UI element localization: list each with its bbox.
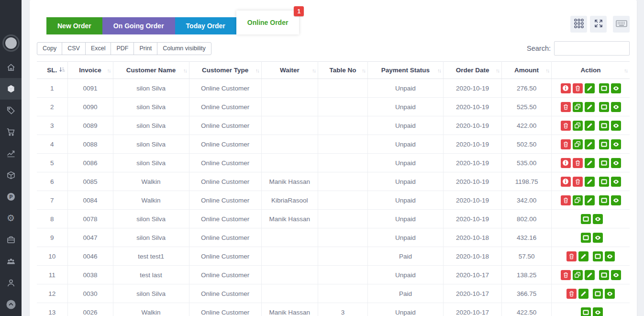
column-header-orderdate[interactable]: Order Date↑↓ <box>444 62 502 79</box>
column-header-tableno[interactable]: Table No↑↓ <box>318 62 367 79</box>
edit-button[interactable] <box>578 251 588 261</box>
cell-table-no <box>318 79 367 98</box>
delete-button[interactable] <box>573 158 583 168</box>
column-header-sl[interactable]: SL. <box>37 62 67 79</box>
column-header-paymentstatus[interactable]: Payment Status↑↓ <box>367 62 443 79</box>
window-icon <box>594 253 601 260</box>
window-button[interactable] <box>599 102 609 112</box>
sidebar-item-users[interactable] <box>0 250 22 272</box>
view-button[interactable] <box>611 158 621 168</box>
cell-sl: 1 <box>37 79 67 98</box>
view-button[interactable] <box>593 214 603 224</box>
view-button[interactable] <box>611 177 621 187</box>
sidebar-item-tag[interactable] <box>0 100 22 121</box>
cell-order-date: 2020-10-19 <box>444 135 502 154</box>
export-csv-button[interactable]: CSV <box>62 42 86 55</box>
view-button[interactable] <box>611 139 621 149</box>
edit-button[interactable] <box>585 158 595 168</box>
view-button[interactable] <box>611 195 621 205</box>
edit-button[interactable] <box>578 289 588 299</box>
keyboard-button[interactable] <box>613 16 630 33</box>
export-print-button[interactable]: Print <box>133 42 157 55</box>
view-button[interactable] <box>605 251 615 261</box>
column-header-action[interactable]: Action↑↓ <box>552 62 630 79</box>
sidebar-item-chart[interactable] <box>0 143 22 164</box>
tab-online-order[interactable]: Online Order1 <box>236 11 300 34</box>
sidebar-item-package[interactable] <box>0 164 22 186</box>
edit-button[interactable] <box>585 270 595 280</box>
edit-button[interactable] <box>585 195 595 205</box>
clone-button[interactable] <box>573 139 583 149</box>
info-button[interactable] <box>561 158 571 168</box>
info-button[interactable] <box>561 177 571 187</box>
clone-button[interactable] <box>573 270 583 280</box>
tab-today-order[interactable]: Today Order <box>175 17 236 34</box>
info-button[interactable] <box>561 83 571 93</box>
cell-invoice: 0085 <box>67 172 113 191</box>
window-button[interactable] <box>599 270 609 280</box>
clone-button[interactable] <box>573 102 583 112</box>
avatar[interactable] <box>2 34 20 52</box>
search-input[interactable] <box>554 41 630 56</box>
window-button[interactable] <box>581 307 591 316</box>
sidebar-item-orders-cube[interactable] <box>0 78 22 100</box>
edit-button[interactable] <box>585 121 595 131</box>
sidebar-item-cart[interactable] <box>0 121 22 143</box>
clone-button[interactable] <box>573 195 583 205</box>
keyboard-icon <box>615 17 628 31</box>
export-excel-button[interactable]: Excel <box>85 42 111 55</box>
delete-button[interactable] <box>566 289 577 299</box>
column-header-customername[interactable]: Customer Name↑↓ <box>113 62 189 79</box>
view-button[interactable] <box>605 289 615 299</box>
export-pdf-button[interactable]: PDF <box>111 42 134 55</box>
window-button[interactable] <box>599 139 609 149</box>
edit-button[interactable] <box>585 83 595 93</box>
column-header-amount[interactable]: Amount↑↓ <box>502 62 552 79</box>
clone-button[interactable] <box>573 121 583 131</box>
fullscreen-button[interactable] <box>590 16 607 33</box>
delete-button[interactable] <box>561 270 571 280</box>
view-button[interactable] <box>593 233 603 243</box>
sidebar-item-gear[interactable]: ⚙ <box>0 207 22 229</box>
delete-button[interactable] <box>561 102 571 112</box>
column-header-customertype[interactable]: Customer Type↑↓ <box>189 62 261 79</box>
column-header-invoice[interactable]: Invoice↑↓ <box>67 62 113 79</box>
view-button[interactable] <box>611 102 621 112</box>
export-copy-button[interactable]: Copy <box>37 42 62 55</box>
view-button[interactable] <box>611 83 621 93</box>
sidebar-item-person[interactable] <box>0 272 22 293</box>
edit-button[interactable] <box>585 177 595 187</box>
edit-button[interactable] <box>585 139 595 149</box>
tab-new-order[interactable]: New Order <box>46 17 102 34</box>
sidebar-item-scroll-top[interactable] <box>0 293 22 315</box>
window-button[interactable] <box>581 233 591 243</box>
delete-button[interactable] <box>573 83 583 93</box>
grid-button[interactable] <box>570 16 587 33</box>
window-button[interactable] <box>581 214 591 224</box>
sidebar-item-parking[interactable]: P <box>0 186 22 207</box>
window-button[interactable] <box>599 121 609 131</box>
sidebar-item-home[interactable] <box>0 56 22 78</box>
sort-both-icon: ↑↓ <box>183 68 187 73</box>
view-button[interactable] <box>593 307 603 316</box>
view-button[interactable] <box>611 270 621 280</box>
export-column-visibility-button[interactable]: Column visibility <box>157 42 211 55</box>
window-button[interactable] <box>599 177 609 187</box>
delete-button[interactable] <box>566 251 577 261</box>
column-header-waiter[interactable]: Waiter↑↓ <box>261 62 318 79</box>
window-button[interactable] <box>593 289 603 299</box>
delete-button[interactable] <box>561 121 571 131</box>
window-button[interactable] <box>599 158 609 168</box>
cell-table-no <box>318 98 367 116</box>
window-button[interactable] <box>599 195 609 205</box>
view-button[interactable] <box>611 121 621 131</box>
edit-button[interactable] <box>585 102 595 112</box>
window-button[interactable] <box>593 251 603 261</box>
delete-button[interactable] <box>573 177 583 187</box>
sidebar-item-briefcase[interactable] <box>0 229 22 250</box>
window-button[interactable] <box>599 83 609 93</box>
tab-on-going-order[interactable]: On Going Order <box>102 17 175 34</box>
delete-button[interactable] <box>561 139 571 149</box>
cell-customer-type: Online Customer <box>189 79 261 98</box>
delete-button[interactable] <box>561 195 571 205</box>
